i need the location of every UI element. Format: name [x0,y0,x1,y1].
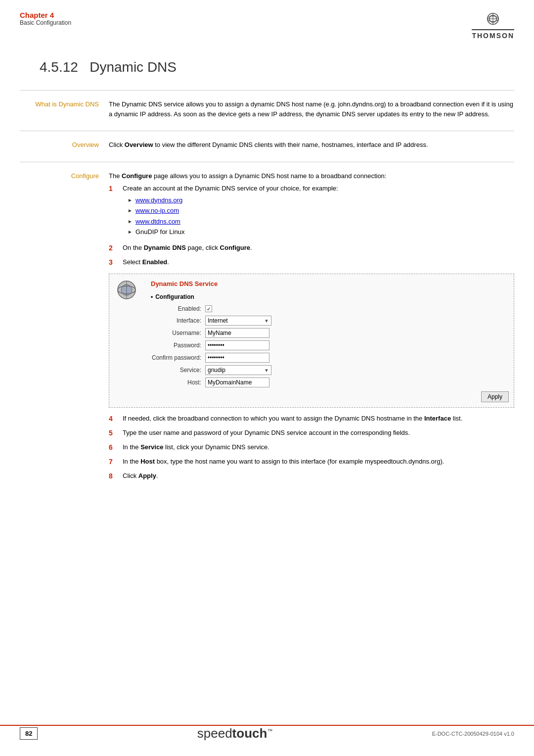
sub-list-item-2: ► www.no-ip.com [128,206,514,216]
overview-text: Click Overview to view the different Dyn… [109,140,514,150]
speed-text: speed [197,726,232,741]
dropdown-arrow-icon: ▼ [264,317,269,325]
logo-area: THOMSON [472,11,514,40]
sub-list-item-1: ► www.dyndns.org [128,195,514,205]
trademark-symbol: ™ [267,728,272,734]
section-name: Dynamic DNS [89,59,177,75]
thomson-text-label: THOMSON [472,29,514,40]
step-4: 4 If needed, click the broadband connect… [109,414,514,424]
form-row-confirm-password: Confirm password: [151,353,509,363]
dns-icon [114,279,144,306]
thomson-icon [483,11,503,28]
speedtouch-logo-text: speedtouch™ [197,726,273,741]
configure-steps-continued: 4 If needed, click the broadband connect… [109,414,514,481]
ui-form: Dynamic DNS Service Configuration Enable… [151,279,509,403]
form-input-confirm-password[interactable] [205,353,269,363]
gnudip-text: GnuDIP for Linux [135,227,184,237]
step-3-num: 3 [109,257,119,268]
step-3: 3 Select Enabled. [109,257,514,268]
form-select-service-value: gnudip [208,366,225,375]
arrow-icon-4: ► [128,228,133,236]
no-ip-link[interactable]: www.no-ip.com [135,206,179,216]
step-1-num: 1 [109,184,119,194]
form-input-host[interactable] [205,378,269,387]
step-6-num: 6 [109,442,119,453]
chapter-info: Chapter 4 Basic Configuration [20,11,71,26]
arrow-icon-2: ► [128,207,133,214]
form-row-username: Username: [151,328,509,338]
step-5-text: Type the user name and password of your … [123,428,514,438]
step-4-text: If needed, click the broadband connectio… [123,414,514,424]
overview-bold: Overview [125,141,153,148]
step-1-sub-list: ► www.dyndns.org ► www.no-ip.com ► www.d… [128,195,514,237]
form-label-password: Password: [151,341,205,350]
footer: 82 speedtouch™ E-DOC-CTC-20050429-0104 v… [0,725,534,741]
step-5: 5 Type the user name and password of you… [109,428,514,438]
configure-intro: The Configure page allows you to assign … [109,171,514,181]
form-checkbox-enabled[interactable]: ✓ [205,305,212,312]
form-input-password[interactable] [205,340,269,350]
chapter-subtitle: Basic Configuration [20,19,71,26]
what-is-label: What is Dynamic DNS [20,99,109,122]
step-1-text: Create an account at the Dynamic DNS ser… [123,184,514,239]
step-4-num: 4 [109,414,119,424]
step-8-text: Click Apply. [123,471,514,481]
page-title-area: 4.5.12 Dynamic DNS [0,45,534,90]
section-num: 4.5.12 [40,59,78,75]
form-row-host: Host: [151,378,509,387]
form-input-username[interactable] [205,328,269,338]
footer-doc-ref: E-DOC-CTC-20050429-0104 v1.0 [432,731,514,737]
thomson-logo: THOMSON [472,11,514,40]
arrow-icon-1: ► [128,196,133,204]
apply-button[interactable]: Apply [481,391,509,402]
ui-section-label: Configuration [151,292,509,301]
step-7-text: In the Host box, type the host name you … [123,457,514,467]
form-label-username: Username: [151,329,205,337]
form-row-enabled: Enabled: ✓ [151,304,509,313]
form-label-enabled: Enabled: [151,304,205,313]
form-label-confirm-password: Confirm password: [151,353,205,362]
what-is-section: What is Dynamic DNS The Dynamic DNS serv… [20,90,514,131]
page: Chapter 4 Basic Configuration THOMSON 4.… [0,0,534,756]
form-select-service[interactable]: gnudip ▼ [205,365,271,375]
step-2-num: 2 [109,243,119,253]
step-5-num: 5 [109,428,119,438]
step-6: 6 In the Service list, click your Dynami… [109,442,514,453]
ui-form-box: Dynamic DNS Service Configuration Enable… [109,274,514,408]
form-label-service: Service: [151,366,205,375]
step-8-num: 8 [109,471,119,481]
arrow-icon-3: ► [128,218,133,225]
overview-label: Overview [20,140,109,153]
dtdns-link[interactable]: www.dtdns.com [135,217,180,227]
step-1-label: Create an account at the Dynamic DNS ser… [123,185,338,192]
step-8: 8 Click Apply. [109,471,514,481]
step-3-text: Select Enabled. [123,257,514,267]
section-title: 4.5.12 Dynamic DNS [40,59,494,75]
form-label-host: Host: [151,378,205,387]
what-is-text: The Dynamic DNS service allows you to as… [109,99,514,119]
overview-section: Overview Click Overview to view the diff… [20,131,514,162]
overview-content: Click Overview to view the different Dyn… [109,140,514,153]
page-number: 82 [20,727,38,740]
dyndns-link[interactable]: www.dyndns.org [135,195,182,205]
configure-content: The Configure page allows you to assign … [109,171,514,486]
step-6-text: In the Service list, click your Dynamic … [123,442,514,452]
configure-section: Configure The Configure page allows you … [20,162,514,495]
ui-form-title: Dynamic DNS Service [151,279,509,289]
form-select-interface[interactable]: Internet ▼ [205,316,271,326]
dropdown-arrow-service-icon: ▼ [264,367,269,374]
configure-steps: 1 Create an account at the Dynamic DNS s… [109,184,514,268]
footer-logo: speedtouch™ [197,726,273,741]
configure-label: Configure [20,171,109,486]
step-1: 1 Create an account at the Dynamic DNS s… [109,184,514,239]
header: Chapter 4 Basic Configuration THOMSON [0,0,534,45]
chapter-title: Chapter 4 [20,11,71,19]
step-7-num: 7 [109,457,119,467]
sub-list-item-3: ► www.dtdns.com [128,217,514,227]
touch-text: touch [232,726,267,741]
step-2-text: On the Dynamic DNS page, click Configure… [123,243,514,253]
form-row-interface: Interface: Internet ▼ [151,316,509,326]
step-2: 2 On the Dynamic DNS page, click Configu… [109,243,514,253]
form-label-interface: Interface: [151,316,205,325]
form-row-password: Password: [151,340,509,350]
